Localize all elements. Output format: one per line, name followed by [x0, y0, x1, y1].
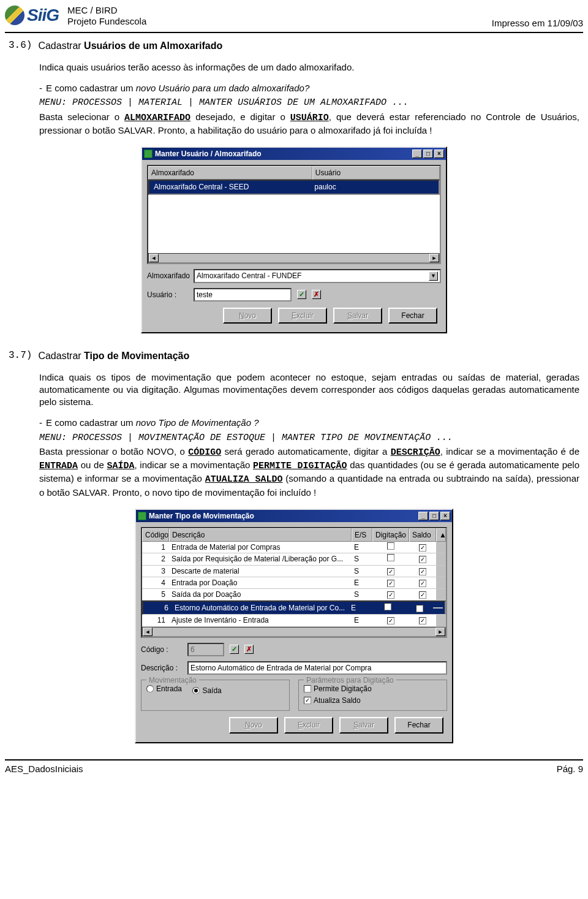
titlebar[interactable]: Manter Usuário / Almoxarifado _ □ × — [142, 148, 446, 160]
cell-es: S — [352, 589, 372, 600]
tipo-grid[interactable]: Código Descrição E/S Digitação Saldo ▲ 1… — [141, 527, 447, 638]
user-grid[interactable]: Almoxarifado Usuário Almoxarifado Centra… — [147, 165, 441, 264]
cell-codigo: 11 — [142, 615, 169, 626]
header-lines: MEC / BIRD Projeto Fundescola — [67, 4, 146, 27]
scrollbar-h[interactable]: ◄ ► — [142, 627, 446, 637]
radio-saida[interactable]: Saída — [192, 686, 221, 696]
header-rule — [5, 32, 583, 33]
cell-codigo: 2 — [142, 553, 169, 564]
cell-desc: Saída da por Doação — [169, 589, 352, 600]
minimize-button[interactable]: _ — [412, 150, 422, 158]
table-row[interactable]: 5Saída da por DoaçãoS✓✓ — [142, 589, 446, 601]
confirm-icon[interactable]: ✓ — [297, 290, 306, 299]
footer-left: AES_DadosIniciais — [5, 763, 83, 775]
table-row[interactable]: 4Entrada por DoaçãoE✓✓ — [142, 577, 446, 589]
cell-desc: Entrada de Material por Compras — [169, 542, 352, 553]
cell-dig — [369, 602, 406, 613]
section-37-intro: Indica quais os tipos de movimentação qu… — [39, 371, 579, 409]
cell-desc: Ajuste de Inventário - Entrada — [169, 615, 352, 626]
table-row[interactable]: 6Estorno Automático de Entrada de Materi… — [142, 601, 446, 615]
select-almoxarifado[interactable]: Almoxarifado Central - FUNDEF ▼ — [194, 269, 441, 283]
cell-es: S — [352, 566, 372, 577]
col-saldo[interactable]: Saldo — [409, 528, 436, 542]
scrollbar-h[interactable]: ◄ ► — [148, 253, 440, 263]
cell-codigo: 1 — [142, 542, 169, 553]
col-digitacao[interactable]: Digitação — [372, 528, 409, 542]
section-37-head: 3.7) Cadastrar Tipo de Movimentação — [9, 349, 579, 363]
cell-saldo: ✓ — [409, 577, 436, 588]
close-button[interactable]: × — [434, 150, 444, 158]
cell-dig: ✓ — [372, 577, 409, 588]
fieldset-parametros: Parâmetros para Digitação Permite Digita… — [298, 680, 447, 711]
label-usuario: Usuário : — [147, 290, 190, 300]
cancel-icon[interactable]: ✗ — [244, 645, 254, 654]
table-row[interactable]: 3Descarte de materialS✓✓ — [142, 566, 446, 577]
scroll-right-icon[interactable]: ► — [429, 254, 439, 262]
input-descricao[interactable]: Estorno Automático de Entrada de Materia… — [187, 661, 447, 675]
table-row[interactable]: Almoxarifado Central - SEED pauloc — [148, 180, 440, 194]
footer-right: Pág. 9 — [557, 763, 583, 775]
app-icon — [144, 150, 153, 158]
app-icon — [138, 512, 146, 520]
select-value: Almoxarifado Central - FUNDEF — [197, 271, 301, 281]
cell-es: E — [352, 542, 372, 553]
section-36-question: -E como cadastrar um novo Usuário para u… — [39, 82, 579, 94]
col-codigo[interactable]: Código — [142, 528, 169, 542]
chevron-down-icon[interactable]: ▼ — [429, 271, 438, 281]
checkbox-atualiza[interactable]: ✓Atualiza Saldo — [304, 696, 361, 705]
fechar-button[interactable]: Fechar — [388, 308, 437, 324]
page-header: SiiG MEC / BIRD Projeto Fundescola Impre… — [0, 0, 588, 29]
cell-saldo: ✓ — [409, 553, 436, 564]
radio-entrada[interactable]: Entrada — [146, 684, 182, 694]
cell-dig — [372, 553, 409, 564]
col-almoxarifado[interactable]: Almoxarifado — [148, 166, 312, 180]
cell-es: E — [352, 615, 372, 626]
cancel-icon[interactable]: ✗ — [312, 290, 321, 299]
header-line-2: Projeto Fundescola — [67, 16, 146, 27]
section-37-title: Cadastrar Tipo de Movimentação — [38, 349, 189, 363]
novo-button[interactable]: Novo — [223, 308, 272, 324]
window-title: Manter Tipo de Movimentação — [149, 511, 254, 521]
scroll-up-icon[interactable]: ▲ — [436, 528, 446, 542]
table-row[interactable]: 11Ajuste de Inventário - EntradaE✓✓ — [142, 615, 446, 626]
label-almoxarifado: Almoxarifado — [147, 271, 190, 281]
salvar-button[interactable]: Salvar — [339, 717, 388, 733]
novo-button[interactable]: Novo — [229, 717, 278, 733]
page-footer: AES_DadosIniciais Pág. 9 — [5, 759, 583, 784]
table-row[interactable]: 1Entrada de Material por ComprasE✓ — [142, 542, 446, 553]
window-manter-tipo: Manter Tipo de Movimentação _ □ × Código… — [135, 509, 453, 743]
logo: SiiG — [5, 4, 59, 27]
fechar-button[interactable]: Fechar — [394, 717, 443, 733]
cell-user: pauloc — [312, 181, 437, 192]
titlebar[interactable]: Manter Tipo de Movimentação _ □ × — [136, 510, 452, 522]
scroll-left-icon[interactable]: ◄ — [143, 628, 153, 636]
cell-almox: Almoxarifado Central - SEED — [151, 181, 312, 192]
minimize-button[interactable]: _ — [418, 512, 428, 520]
table-row[interactable]: 2Saída por Requisição de Material /Liber… — [142, 553, 446, 565]
cell-codigo: 6 — [145, 602, 172, 613]
col-descricao[interactable]: Descrição — [169, 528, 352, 542]
legend-mov: Movimentação — [146, 675, 199, 685]
cell-dig: ✓ — [372, 589, 409, 600]
col-usuario[interactable]: Usuário — [312, 166, 440, 180]
cell-codigo: 4 — [142, 577, 169, 588]
checkbox-permite[interactable]: Permite Digitação — [304, 684, 372, 694]
excluir-button[interactable]: Excluir — [278, 308, 327, 324]
close-button[interactable]: × — [440, 512, 450, 520]
section-37-menu: MENU: PROCESSOS | MOVIMENTAÇÃO DE ESTOQU… — [39, 432, 579, 444]
col-es[interactable]: E/S — [352, 528, 372, 542]
maximize-button[interactable]: □ — [423, 150, 433, 158]
cell-es: E — [352, 577, 372, 588]
cell-saldo: ✓ — [409, 589, 436, 600]
confirm-icon[interactable]: ✓ — [230, 645, 239, 654]
print-date: Impresso em 11/09/03 — [492, 4, 583, 29]
excluir-button[interactable]: Excluir — [284, 717, 333, 733]
scroll-left-icon[interactable]: ◄ — [149, 254, 159, 262]
section-36-num: 3.6) — [9, 39, 32, 53]
salvar-button[interactable]: Salvar — [333, 308, 382, 324]
cell-codigo: 3 — [142, 566, 169, 577]
scroll-right-icon[interactable]: ► — [435, 628, 445, 636]
input-usuario[interactable]: teste — [194, 288, 292, 302]
maximize-button[interactable]: □ — [429, 512, 439, 520]
section-36-head: 3.6) Cadastrar Usuários de um Almoxarifa… — [9, 39, 579, 53]
